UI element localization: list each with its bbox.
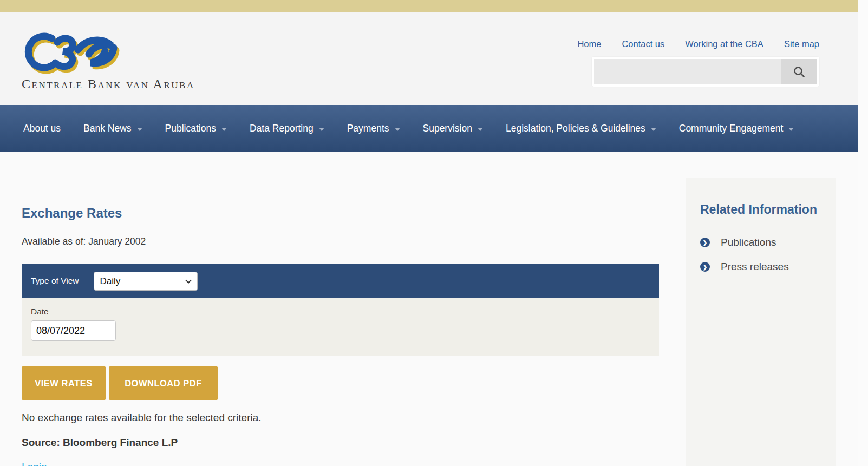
login-link[interactable]: Login	[22, 461, 47, 466]
chevron-down-icon	[788, 128, 794, 131]
related-link-label[interactable]: Publications	[721, 237, 776, 248]
nav-item-legislation-policies-guidelines[interactable]: Legislation, Policies & Guidelines	[506, 123, 656, 134]
related-information-panel: Related Information ❯ Publications ❯ Pre…	[686, 178, 836, 466]
nav-item-label[interactable]: About us	[23, 123, 61, 134]
source-text: Source: Bloomberg Finance L.P	[22, 437, 659, 449]
type-of-view-select-wrap: Daily	[94, 272, 198, 291]
related-link-label[interactable]: Press releases	[721, 261, 789, 273]
nav-item-label[interactable]: Community Engagement	[679, 123, 784, 134]
nav-item-label[interactable]: Legislation, Policies & Guidelines	[506, 123, 645, 134]
chevron-down-icon	[221, 128, 227, 131]
nav-item-label[interactable]: Publications	[165, 123, 216, 134]
related-link-publications[interactable]: ❯ Publications	[700, 237, 821, 248]
no-results-message: No exchange rates available for the sele…	[22, 412, 659, 424]
quicklink-home[interactable]: Home	[577, 39, 601, 49]
chevron-down-icon	[651, 128, 656, 131]
page-container: Centrale Bank van Aruba Home Contact us …	[0, 0, 858, 466]
nav-item-label[interactable]: Supervision	[423, 123, 472, 134]
type-of-view-label: Type of View	[31, 276, 79, 286]
nav-item-label[interactable]: Data Reporting	[250, 123, 314, 134]
download-pdf-button[interactable]: DOWNLOAD PDF	[109, 366, 218, 400]
search-button[interactable]	[781, 59, 817, 84]
page-title: Exchange Rates	[22, 206, 659, 221]
chevron-down-icon	[395, 128, 400, 131]
chevron-down-icon	[319, 128, 324, 131]
nav-item-supervision[interactable]: Supervision	[423, 123, 483, 134]
nav-item-payments[interactable]: Payments	[347, 123, 400, 134]
main-column: Exchange Rates Available as of: January …	[22, 152, 659, 466]
quicklink-site-map[interactable]: Site map	[784, 39, 819, 49]
view-rates-button[interactable]: VIEW RATES	[22, 366, 106, 400]
quicklink-working-at-the-cba[interactable]: Working at the CBA	[685, 39, 763, 49]
quicklinks-nav: Home Contact us Working at the CBA Site …	[592, 39, 819, 49]
main-nav: About us Bank News Publications Data Rep…	[0, 105, 858, 152]
quicklink-contact-us[interactable]: Contact us	[622, 39, 664, 49]
cba-logo-swirl-icon	[22, 31, 146, 75]
content-area: Exchange Rates Available as of: January …	[0, 152, 858, 466]
date-panel: Date	[22, 298, 659, 356]
nav-item-about-us[interactable]: About us	[23, 123, 61, 134]
search-icon	[793, 65, 806, 78]
nav-item-community-engagement[interactable]: Community Engagement	[679, 123, 794, 134]
search-input[interactable]	[594, 59, 781, 84]
search-box	[592, 57, 819, 87]
available-as-of-text: Available as of: January 2002	[22, 236, 659, 247]
chevron-down-icon	[478, 128, 483, 131]
cba-wordmark: Centrale Bank van Aruba	[22, 77, 195, 91]
date-input[interactable]	[31, 320, 116, 341]
site-header: Centrale Bank van Aruba Home Contact us …	[0, 12, 858, 105]
chevron-right-circle-icon: ❯	[700, 262, 710, 272]
chevron-down-icon	[137, 128, 142, 131]
chevron-right-circle-icon: ❯	[700, 238, 710, 247]
related-link-press-releases[interactable]: ❯ Press releases	[700, 261, 821, 273]
nav-item-data-reporting[interactable]: Data Reporting	[250, 123, 324, 134]
type-of-view-select[interactable]: Daily	[94, 272, 198, 291]
related-links-list: ❯ Publications ❯ Press releases	[700, 237, 821, 273]
related-information-title: Related Information	[700, 202, 821, 217]
type-of-view-bar: Type of View Daily	[22, 264, 659, 298]
nav-item-label[interactable]: Bank News	[83, 123, 132, 134]
date-label: Date	[31, 307, 49, 316]
nav-item-bank-news[interactable]: Bank News	[83, 123, 142, 134]
header-right: Home Contact us Working at the CBA Site …	[592, 39, 819, 87]
nav-item-label[interactable]: Payments	[347, 123, 389, 134]
cba-logo[interactable]: Centrale Bank van Aruba	[22, 31, 195, 91]
top-gold-bar	[0, 0, 858, 12]
action-buttons-row: VIEW RATES DOWNLOAD PDF	[22, 366, 659, 400]
nav-item-publications[interactable]: Publications	[165, 123, 227, 134]
